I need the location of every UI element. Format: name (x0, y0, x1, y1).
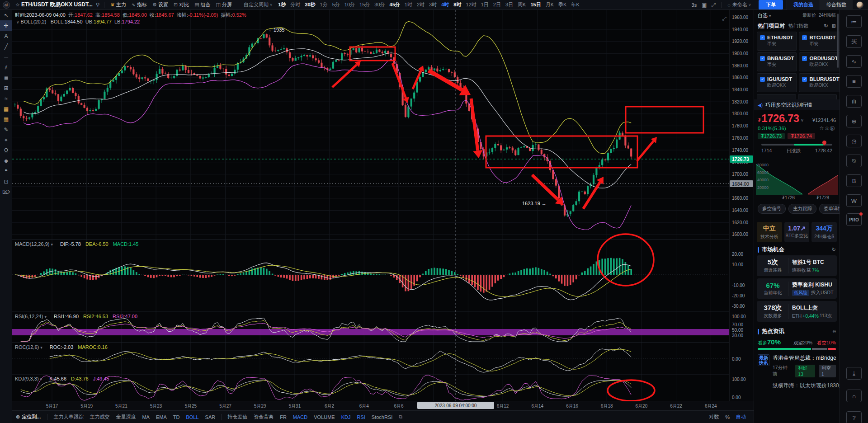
whale-tracking-button[interactable]: 主力跟踪 (788, 204, 816, 214)
custom-period-menu[interactable]: 自定义周期˅ (244, 1, 274, 8)
stat-card-24H爆仓$[interactable]: 344万24H爆仓$ (811, 222, 837, 242)
timeframe-10分[interactable]: 10分 (344, 1, 355, 8)
bottom-item-KDJ[interactable]: KDJ (341, 414, 351, 420)
app-logo[interactable]: ai (0, 0, 12, 10)
macd-info-row[interactable]: MACD(12,26,9)▾ DIF:-5.78DEA:-6.50MACD:1.… (15, 241, 138, 247)
emoji-tool-icon[interactable]: ☻ (0, 155, 12, 166)
bell-icon[interactable]: ⍾ (825, 125, 830, 131)
pair-card-partial[interactable] (798, 94, 837, 99)
orders-icon[interactable]: ≡ (846, 75, 862, 88)
opportunity-card[interactable]: 67%当前年化费率套利 KISHU低风险投入USDT (757, 278, 837, 299)
timeframe-季K[interactable]: 季K (558, 1, 566, 8)
star-icon[interactable]: ☆ (820, 125, 826, 131)
news-item[interactable]: 最新快讯 香港金管局总裁：mBridge预计... 17分钟前 利好13 利空1 (754, 350, 840, 377)
timeframe-1秒[interactable]: 1秒 (278, 1, 286, 8)
long-short-signal-button[interactable]: 多空信号 (758, 204, 786, 214)
place-order-button[interactable]: 下单 (759, 0, 783, 9)
crosshair-tool-icon[interactable]: ✛ (0, 20, 12, 31)
bell-icon[interactable]: ⍾ (833, 329, 836, 334)
boll-info-row[interactable]: ∨BOLL(20,2) BOLL:1844.50 UB:1894.77 LB:1… (15, 19, 140, 24)
alert-clock-icon[interactable]: ◷ (846, 135, 862, 147)
timeframe-30分[interactable]: 30分 (374, 1, 385, 8)
pair-card-partial[interactable] (757, 94, 796, 99)
download-icon[interactable]: ⤓ (846, 367, 862, 380)
bottom-item-StochRSI[interactable]: StochRSI (372, 414, 392, 420)
timeframe-1日[interactable]: 1日 (481, 1, 489, 8)
gold-grid-tool-icon[interactable]: ▦ (0, 103, 12, 114)
magnet-tool-icon[interactable]: Ω (0, 145, 12, 155)
price-dropdown-icon[interactable]: ˅ (801, 118, 804, 123)
bottom-item-FR[interactable]: FR (280, 414, 287, 420)
order-detail-button[interactable]: 委单详情 (819, 204, 840, 214)
screenshot-icon[interactable]: ▣ (702, 2, 707, 8)
fib-tool-icon[interactable]: ≣ (0, 72, 12, 83)
symbol-title[interactable]: ETH/USDT 欧易OKX USDT... (21, 1, 93, 9)
note-b-icon[interactable]: B (846, 174, 862, 187)
delete-tool-icon[interactable]: ⌦ (0, 187, 12, 197)
timeframe-月K[interactable]: 月K (546, 1, 554, 8)
pair-checkbox[interactable]: ✓ (760, 77, 765, 82)
timeframe-2日[interactable]: 2日 (493, 1, 501, 8)
menu-split[interactable]: ◫分屏 (216, 1, 232, 8)
opportunity-card[interactable]: 378次次数最多BOLL上突ETH+0.44%113次 (757, 301, 837, 322)
hot-pairs-tab[interactable]: 热门项目对 (758, 22, 785, 30)
w-widget-icon[interactable]: W (846, 194, 862, 207)
channel-tool-icon[interactable]: ⫽ (0, 62, 12, 72)
timeframe-15分[interactable]: 15分 (359, 1, 370, 8)
scan-icon[interactable]: ⍉ (846, 155, 862, 167)
stat-card-技术分析[interactable]: 中立技术分析 (757, 222, 782, 242)
pro-badge[interactable]: PRO (846, 213, 862, 226)
timeframe-5分[interactable]: 5分 (332, 1, 340, 8)
menu-compare[interactable]: ⊡对比 (174, 1, 189, 8)
timeframe-年K[interactable]: 年K (571, 1, 579, 8)
roc-info-row[interactable]: ROC(12,6)▾ ROC:-2.03MAROC:0.16 (15, 344, 108, 350)
fullscreen-icon[interactable]: ⤢ (712, 2, 716, 8)
bottom-item-EMA[interactable]: EMA (156, 414, 167, 420)
tab-composite-index[interactable]: 综合指数 (820, 0, 853, 10)
pair-card-ORDI/USDT[interactable]: ✓ORDI/USDT欧易OKX (799, 52, 840, 71)
market-chart-icon[interactable]: ∿ (846, 55, 862, 68)
bottom-item-SAR[interactable]: SAR (205, 414, 216, 420)
maximize-icon[interactable]: ⤢ (722, 15, 726, 22)
watchlist-panel-icon[interactable]: ≔ (846, 15, 862, 28)
pair-card-BLUR/USDT[interactable]: ✓BLUR/USDT欧易OKX (799, 73, 840, 92)
stat-card-BTC多空比[interactable]: 1.07↗BTC多空比 (784, 222, 810, 242)
search-icon[interactable]: ⚲ (96, 2, 99, 8)
volume-rank-icon[interactable]: ılı (846, 95, 862, 108)
news-item-partial[interactable]: 纵横币海：以太坊现价1830多 (754, 377, 840, 390)
timeframe-2时[interactable]: 2时 (417, 1, 425, 8)
menu-gear[interactable]: ⚙设置 (152, 1, 168, 8)
bottom-item-VOLUME[interactable]: VOLUME (314, 414, 335, 420)
help-icon[interactable]: ? (846, 411, 862, 423)
bottom-item-全量深度[interactable]: 全量深度 (116, 414, 136, 420)
bottom-item-MACD[interactable]: MACD (293, 414, 307, 420)
timeframe-30秒[interactable]: 30秒 (305, 1, 315, 8)
gann-tool-icon[interactable]: ▦ (0, 114, 12, 124)
pair-card-BTC/USDT[interactable]: ✓BTC/USDT币安 (799, 32, 840, 51)
menu-indicator[interactable]: ∿指标 (132, 1, 147, 8)
timeframe-15日[interactable]: 15日 (530, 1, 541, 8)
add-doc-icon[interactable]: ⊕ (846, 115, 862, 127)
pair-checkbox[interactable]: ✓ (760, 56, 765, 61)
panel-scrollbar[interactable] (837, 14, 839, 68)
rsi-info-row[interactable]: RSI(6,12,24)▾ RSI1:46.90RSI2:46.53RSI3:4… (15, 314, 137, 319)
main-chart-canvas[interactable]: ←19351623.19 →1960.001940.001920.001900.… (12, 10, 754, 410)
hline-tool-icon[interactable]: ─ (0, 52, 12, 62)
pair-card-IGU/USDT[interactable]: ✓IGU/USDT欧易OKX (757, 73, 797, 92)
promo-banner[interactable]: ◀) 巧用多空比识别行情 (754, 99, 840, 110)
bottom-item-对数[interactable]: 对数 (709, 414, 719, 420)
refresh-icon[interactable]: ↻ (832, 247, 836, 253)
snapshot-tool-icon[interactable]: ⊡ (0, 176, 12, 187)
hot-index-tab[interactable]: 热门指数 (788, 23, 808, 29)
bottom-item-MA[interactable]: MA (142, 414, 150, 420)
trendline-tool-icon[interactable]: ╱ (0, 41, 12, 52)
buy-icon[interactable]: 买 (846, 35, 862, 48)
grid-tool-icon[interactable]: ⊞ (0, 83, 12, 93)
bottom-item-持仓差值[interactable]: 持仓差值 (227, 414, 247, 420)
bottom-item-RSI[interactable]: RSI (357, 414, 365, 420)
measure-tool-icon[interactable]: ⌖ (0, 135, 12, 145)
bottom-item-自动[interactable]: 自动 (736, 414, 746, 420)
bottom-item-主力成交[interactable]: 主力成交 (90, 414, 109, 420)
menu-combo[interactable]: ▤组合 (194, 1, 210, 8)
pair-checkbox[interactable]: ✓ (760, 35, 765, 40)
